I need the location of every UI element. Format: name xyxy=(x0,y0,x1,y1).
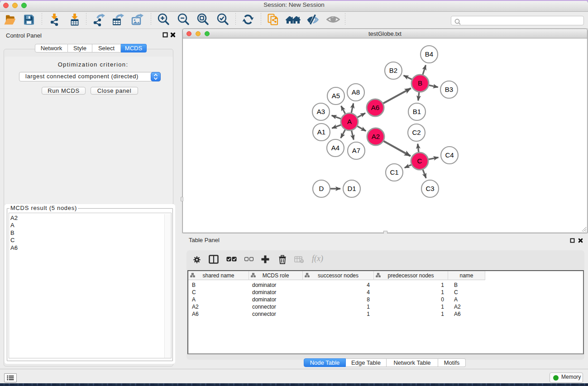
svg-text:A3: A3 xyxy=(317,108,325,115)
svg-text:C4: C4 xyxy=(445,151,454,159)
svg-text:B2: B2 xyxy=(389,67,397,74)
svg-text:D1: D1 xyxy=(347,185,356,192)
svg-text:C: C xyxy=(417,157,422,165)
svg-text:C3: C3 xyxy=(425,185,434,192)
svg-text:B1: B1 xyxy=(413,108,421,115)
svg-text:A5: A5 xyxy=(332,92,340,100)
svg-text:C1: C1 xyxy=(390,168,398,176)
svg-text:A1: A1 xyxy=(317,128,325,136)
svg-text:D: D xyxy=(319,185,324,192)
svg-text:B4: B4 xyxy=(425,50,433,58)
svg-text:B: B xyxy=(418,79,422,87)
svg-text:C2: C2 xyxy=(412,129,421,136)
svg-text:A6: A6 xyxy=(371,104,379,111)
svg-text:A8: A8 xyxy=(352,88,360,96)
svg-text:A4: A4 xyxy=(331,144,339,152)
svg-text:A: A xyxy=(347,118,352,125)
svg-text:A2: A2 xyxy=(372,133,380,140)
svg-text:B3: B3 xyxy=(445,86,453,93)
svg-text:A7: A7 xyxy=(352,147,360,154)
